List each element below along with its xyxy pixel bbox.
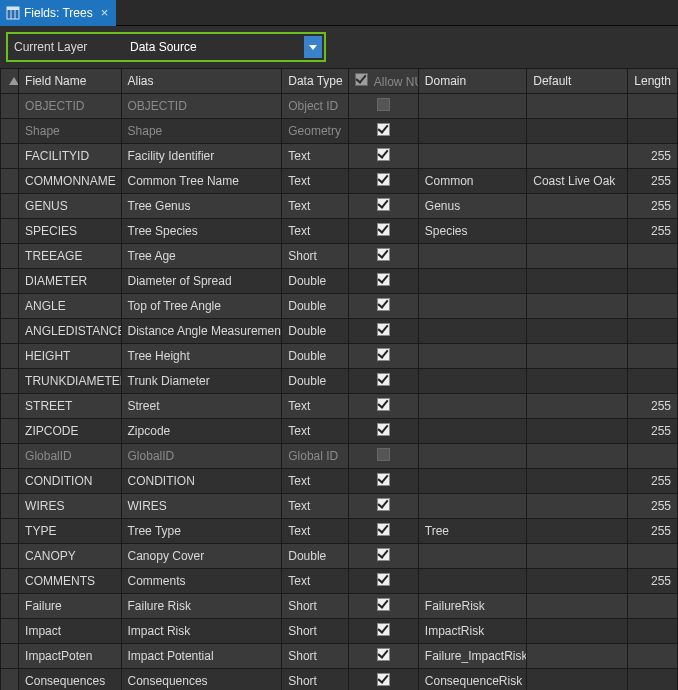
table-row[interactable]: FACILITYIDFacility IdentifierText255 (1, 144, 678, 169)
cell-allow-null[interactable] (348, 644, 418, 669)
row-handle[interactable] (1, 369, 19, 394)
row-handle-header[interactable] (1, 69, 19, 94)
cell-allow-null[interactable] (348, 144, 418, 169)
cell-default[interactable] (527, 669, 627, 691)
cell-field-name[interactable]: FACILITYID (19, 144, 121, 169)
cell-field-name[interactable]: TRUNKDIAMETER (19, 369, 121, 394)
row-handle[interactable] (1, 219, 19, 244)
cell-allow-null[interactable] (348, 369, 418, 394)
table-row[interactable]: ImpactPotenImpact PotentialShortFailure_… (1, 644, 678, 669)
cell-field-name[interactable]: ANGLEDISTANCE (19, 319, 121, 344)
cell-data-type[interactable]: Text (282, 494, 348, 519)
cell-data-type[interactable]: Text (282, 519, 348, 544)
row-handle[interactable] (1, 94, 19, 119)
cell-default[interactable] (527, 269, 627, 294)
cell-domain[interactable] (418, 419, 526, 444)
cell-allow-null[interactable] (348, 619, 418, 644)
row-handle[interactable] (1, 619, 19, 644)
cell-length[interactable]: 255 (627, 494, 677, 519)
cell-allow-null[interactable] (348, 194, 418, 219)
row-handle[interactable] (1, 344, 19, 369)
cell-domain[interactable]: FailureRisk (418, 594, 526, 619)
tab-fields-trees[interactable]: Fields: Trees × (0, 0, 116, 26)
cell-length[interactable] (627, 669, 677, 691)
cell-alias[interactable]: GlobalID (121, 444, 282, 469)
cell-field-name[interactable]: Failure (19, 594, 121, 619)
col-field-name[interactable]: Field Name (19, 69, 121, 94)
cell-alias[interactable]: Zipcode (121, 419, 282, 444)
cell-default[interactable] (527, 469, 627, 494)
table-row[interactable]: DIAMETERDiameter of SpreadDouble (1, 269, 678, 294)
table-row[interactable]: OBJECTIDOBJECTIDObject ID (1, 94, 678, 119)
cell-allow-null[interactable] (348, 219, 418, 244)
cell-length[interactable] (627, 269, 677, 294)
table-row[interactable]: GlobalIDGlobalIDGlobal ID (1, 444, 678, 469)
cell-field-name[interactable]: COMMONNAME (19, 169, 121, 194)
cell-default[interactable] (527, 519, 627, 544)
cell-data-type[interactable]: Text (282, 469, 348, 494)
cell-domain[interactable]: Common (418, 169, 526, 194)
cell-default[interactable]: Coast Live Oak (527, 169, 627, 194)
cell-length[interactable]: 255 (627, 144, 677, 169)
table-row[interactable]: COMMENTSCommentsText255 (1, 569, 678, 594)
cell-domain[interactable] (418, 94, 526, 119)
cell-default[interactable] (527, 644, 627, 669)
cell-domain[interactable] (418, 319, 526, 344)
cell-data-type[interactable]: Text (282, 394, 348, 419)
cell-allow-null[interactable] (348, 494, 418, 519)
cell-domain[interactable] (418, 469, 526, 494)
cell-length[interactable]: 255 (627, 419, 677, 444)
cell-allow-null[interactable] (348, 594, 418, 619)
cell-field-name[interactable]: Impact (19, 619, 121, 644)
cell-default[interactable] (527, 119, 627, 144)
cell-domain[interactable] (418, 494, 526, 519)
row-handle[interactable] (1, 244, 19, 269)
cell-field-name[interactable]: ANGLE (19, 294, 121, 319)
cell-alias[interactable]: Tree Type (121, 519, 282, 544)
cell-allow-null[interactable] (348, 244, 418, 269)
cell-length[interactable] (627, 619, 677, 644)
cell-field-name[interactable]: GENUS (19, 194, 121, 219)
cell-alias[interactable]: Common Tree Name (121, 169, 282, 194)
cell-data-type[interactable]: Short (282, 244, 348, 269)
cell-allow-null[interactable] (348, 519, 418, 544)
cell-length[interactable]: 255 (627, 469, 677, 494)
cell-length[interactable] (627, 644, 677, 669)
cell-allow-null[interactable] (348, 169, 418, 194)
cell-length[interactable]: 255 (627, 394, 677, 419)
col-data-type[interactable]: Data Type (282, 69, 348, 94)
cell-default[interactable] (527, 194, 627, 219)
cell-data-type[interactable]: Double (282, 344, 348, 369)
cell-data-type[interactable]: Text (282, 219, 348, 244)
table-row[interactable]: TRUNKDIAMETERTrunk DiameterDouble (1, 369, 678, 394)
cell-alias[interactable]: Diameter of Spread (121, 269, 282, 294)
row-handle[interactable] (1, 394, 19, 419)
cell-data-type[interactable]: Global ID (282, 444, 348, 469)
cell-default[interactable] (527, 369, 627, 394)
row-handle[interactable] (1, 119, 19, 144)
col-domain[interactable]: Domain (418, 69, 526, 94)
row-handle[interactable] (1, 194, 19, 219)
row-handle[interactable] (1, 319, 19, 344)
cell-field-name[interactable]: Consequences (19, 669, 121, 691)
cell-data-type[interactable]: Text (282, 419, 348, 444)
cell-domain[interactable]: Tree (418, 519, 526, 544)
cell-domain[interactable]: ConsequenceRisk (418, 669, 526, 691)
cell-allow-null[interactable] (348, 544, 418, 569)
cell-allow-null[interactable] (348, 294, 418, 319)
cell-field-name[interactable]: GlobalID (19, 444, 121, 469)
table-row[interactable]: GENUSTree GenusTextGenus255 (1, 194, 678, 219)
current-layer-select[interactable]: Data Source (124, 36, 322, 58)
fields-grid[interactable]: Field Name Alias Data Type Allow NULL Do… (0, 68, 678, 690)
cell-data-type[interactable]: Object ID (282, 94, 348, 119)
cell-allow-null[interactable] (348, 419, 418, 444)
cell-data-type[interactable]: Short (282, 594, 348, 619)
cell-data-type[interactable]: Geometry (282, 119, 348, 144)
cell-field-name[interactable]: TYPE (19, 519, 121, 544)
cell-field-name[interactable]: ZIPCODE (19, 419, 121, 444)
cell-default[interactable] (527, 94, 627, 119)
cell-allow-null[interactable] (348, 319, 418, 344)
cell-allow-null[interactable] (348, 569, 418, 594)
table-row[interactable]: HEIGHTTree HeightDouble (1, 344, 678, 369)
cell-allow-null[interactable] (348, 394, 418, 419)
